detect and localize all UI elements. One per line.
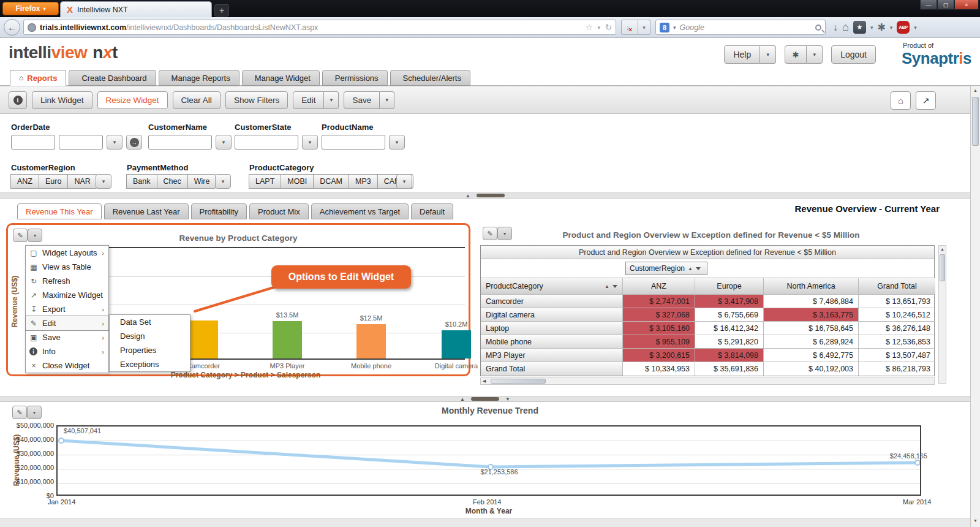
bar[interactable]	[189, 320, 218, 358]
back-button[interactable]: ←	[4, 19, 20, 36]
caret-down-icon[interactable]: ▾	[914, 25, 917, 31]
home-icon[interactable]: ⌂	[842, 21, 849, 34]
menu-item[interactable]: ▦ View as Table	[26, 260, 108, 274]
menu-item[interactable]: ↧ Export ›	[26, 302, 108, 316]
settings-gear-button[interactable]: ✱	[785, 45, 807, 64]
customername-caret[interactable]: ▾	[216, 135, 232, 150]
downloads-caret[interactable]: ▾	[638, 20, 650, 35]
browser-tab[interactable]: X Intelliview NXT	[60, 1, 212, 17]
toolbar-button[interactable]: Show Filters	[225, 91, 288, 109]
customerstate-caret[interactable]: ▾	[302, 135, 318, 150]
filter-option[interactable]: DCAM	[313, 174, 349, 189]
info-button[interactable]: i	[9, 91, 27, 109]
row-dimension-header[interactable]: ProductCategory ▲	[481, 278, 623, 295]
page-scrollbar[interactable]: ▲ ▼	[970, 86, 980, 527]
dashboard-tab[interactable]: Achievement vs Target	[311, 203, 409, 219]
caret-down-icon[interactable]: ▾	[598, 25, 601, 31]
customername-input[interactable]	[148, 135, 212, 150]
caret-down-icon[interactable]: ▾	[870, 25, 873, 31]
menu-item[interactable]: ▣ Save ›	[26, 330, 108, 344]
submenu-item[interactable]: Design	[110, 329, 190, 343]
scroll-down-icon[interactable]: ▼	[971, 518, 980, 523]
close-button[interactable]: ×	[954, 0, 979, 10]
column-header[interactable]: Europe	[695, 278, 764, 295]
url-bar[interactable]: trials.intelliviewnxt.com/intelliviewnxt…	[23, 20, 616, 35]
toolbar-button[interactable]: Clear All	[173, 91, 221, 109]
caret-down-icon[interactable]: ▾	[890, 25, 893, 31]
widget-vertical-scrollbar[interactable]: ▲	[938, 245, 946, 384]
bar[interactable]	[273, 321, 302, 358]
pivot-table-widget[interactable]: ✎ ▾ Product and Region Overview w Except…	[478, 223, 944, 384]
horizontal-splitter[interactable]: ▲ ▼	[0, 396, 970, 402]
menu-item[interactable]: ↗ Maximize Widget	[26, 288, 108, 302]
splitter-grip[interactable]	[471, 397, 499, 401]
menu-item[interactable]: i Info ›	[26, 344, 108, 358]
filter-option[interactable]: MOBI	[281, 174, 314, 189]
productcategory-caret[interactable]: ▾	[396, 174, 412, 189]
maximize-button[interactable]: ▢	[937, 0, 954, 10]
submenu-item[interactable]: Properties	[110, 343, 190, 357]
minimize-button[interactable]: —	[920, 0, 937, 10]
nav-tab[interactable]: Permissions	[322, 70, 388, 86]
caret-down-icon[interactable]: ▾	[673, 25, 676, 31]
filter-option[interactable]: Bank	[126, 174, 157, 189]
downloads-button[interactable]: ↓×	[621, 20, 638, 35]
customerstate-input[interactable]	[235, 135, 298, 150]
orderdate-caret[interactable]: ▾	[107, 135, 123, 150]
filter-option[interactable]: MP3	[349, 174, 378, 189]
filter-option[interactable]: Chec	[157, 174, 188, 189]
adblock-icon[interactable]: ABP	[897, 21, 910, 34]
dashboard-tab[interactable]: Revenue Last Year	[104, 203, 189, 219]
scrollbar-thumb[interactable]	[972, 97, 979, 146]
filter-option[interactable]: NAR	[67, 174, 97, 189]
menu-item[interactable]: ▢ Widget Layouts ›	[26, 246, 108, 260]
help-button[interactable]: Help	[724, 45, 760, 64]
nav-tab[interactable]: Scheduler/Alerts	[390, 70, 470, 86]
toolbar-button[interactable]: Save	[344, 91, 380, 109]
scroll-up-icon[interactable]: ▲	[971, 88, 980, 93]
productname-input[interactable]	[322, 135, 385, 150]
submenu-item[interactable]: Data Set	[110, 315, 190, 329]
toolbar-caret[interactable]: ▾	[380, 91, 394, 109]
bookmarks-icon[interactable]: ★	[853, 21, 866, 34]
orderdate-to-input[interactable]	[59, 135, 103, 150]
column-header[interactable]: ANZ	[623, 278, 695, 295]
paymentmethod-caret[interactable]: ▾	[215, 174, 231, 189]
toolbar-caret[interactable]: ▾	[324, 91, 339, 109]
nav-tab[interactable]: Create Dashboard	[69, 70, 156, 86]
filter-option[interactable]: ANZ	[10, 174, 39, 189]
expand-button[interactable]: ↗	[916, 91, 936, 110]
productname-caret[interactable]: ▾	[389, 135, 405, 150]
logout-button[interactable]: Logout	[831, 45, 876, 64]
table-row[interactable]: Camcorder$ 2,747,001$ 3,417,908$ 7,486,8…	[481, 295, 934, 308]
filter-option[interactable]: Wire	[187, 174, 217, 189]
trend-chart-widget[interactable]: ✎ ▾ Monthly Revenue Trend Revenue (US$) …	[0, 402, 970, 518]
toolbar-button[interactable]: Edit	[293, 91, 324, 109]
downloads-list-icon[interactable]: ↓	[833, 22, 838, 33]
horizontal-splitter[interactable]: ▲	[0, 192, 970, 199]
column-header[interactable]: North America	[764, 278, 859, 295]
submenu-item[interactable]: Exceptions	[110, 357, 190, 371]
new-tab-button[interactable]: +	[214, 4, 229, 17]
reload-icon[interactable]: ↻	[605, 23, 612, 32]
collapse-down-icon[interactable]: ▼	[505, 396, 510, 402]
apply-filter-button[interactable]: →	[126, 135, 142, 150]
collapse-up-icon[interactable]: ▲	[460, 396, 465, 402]
splitter-grip[interactable]	[477, 194, 505, 197]
search-box[interactable]: 8 ▾ Google	[655, 20, 826, 35]
menu-item[interactable]: ↻ Refresh	[26, 274, 108, 288]
toolbar-button[interactable]: Link Widget	[32, 91, 92, 109]
dashboard-tab[interactable]: Revenue This Year	[17, 203, 102, 219]
table-row[interactable]: MP3 Player$ 3,200,615$ 3,814,098$ 6,492,…	[481, 349, 934, 362]
menu-item[interactable]: ✎ Edit ›	[26, 316, 108, 330]
settings-caret[interactable]: ▾	[807, 45, 823, 64]
dashboard-home-button[interactable]: ⌂	[891, 91, 911, 110]
firefox-menu-button[interactable]: Firefox ▾	[2, 2, 59, 15]
widget-horizontal-scrollbar[interactable]: ◀	[480, 377, 935, 385]
table-row[interactable]: Digital camera$ 327,068$ 6,755,669$ 3,16…	[481, 308, 934, 322]
toolbar-button[interactable]: Resize Widget	[97, 91, 168, 109]
nav-tab[interactable]: Manage Widget	[242, 70, 320, 86]
column-dimension-button[interactable]: CustomerRegion ▲	[625, 262, 707, 275]
collapse-up-icon[interactable]: ▲	[466, 193, 470, 199]
dashboard-tab[interactable]: Profitability	[191, 203, 247, 219]
